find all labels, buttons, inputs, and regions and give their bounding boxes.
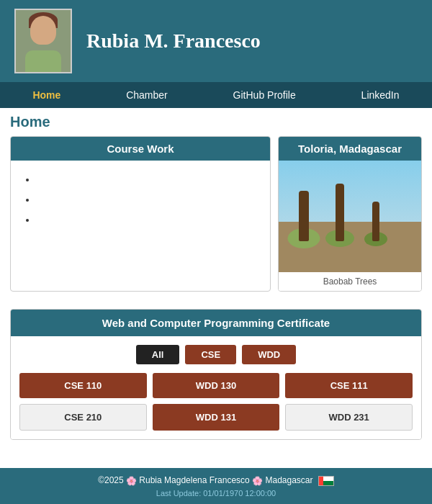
filter-cse-button[interactable]: CSE <box>185 345 236 364</box>
course-work-list <box>25 169 256 230</box>
filter-all-button[interactable]: All <box>136 345 180 364</box>
certificate-header: Web and Computer Programming Certificate <box>11 310 421 336</box>
location-panel: Toloria, Madagascar Baobab Trees <box>278 136 422 292</box>
course-cse111-button[interactable]: CSE 111 <box>285 373 413 398</box>
page-title: Home <box>0 108 432 136</box>
location-header: Toloria, Madagascar <box>279 137 421 161</box>
course-cse210-button[interactable]: CSE 210 <box>19 404 147 431</box>
course-wdd131-button[interactable]: WDD 131 <box>153 404 280 431</box>
course-grid: CSE 110 WDD 130 CSE 111 CSE 210 WDD 131 … <box>11 373 421 439</box>
certificate-section: Web and Computer Programming Certificate… <box>10 309 422 440</box>
nav-home[interactable]: Home <box>18 82 75 108</box>
course-wdd130-button[interactable]: WDD 130 <box>153 373 280 398</box>
nav-linkedin[interactable]: LinkedIn <box>347 82 414 108</box>
madagascar-flag <box>318 476 334 486</box>
course-cse110-button[interactable]: CSE 110 <box>19 373 147 398</box>
nav-chamber[interactable]: Chamber <box>112 82 182 108</box>
page-footer: ©2025 🌸 Rubia Magdelena Francesco 🌸 Mada… <box>0 468 432 504</box>
flower-icon-left: 🌸 <box>126 476 137 486</box>
location-image <box>279 161 421 272</box>
header-name: Rubia M. Francesco <box>86 30 261 53</box>
main-nav: Home Chamber GitHub Profile LinkedIn <box>0 82 432 108</box>
footer-location: Madagascar <box>265 475 312 485</box>
certificate-filters: All CSE WDD <box>11 336 421 373</box>
course-work-header: Course Work <box>11 137 270 161</box>
location-caption: Baobab Trees <box>279 272 421 291</box>
course-wdd231-button[interactable]: WDD 231 <box>285 404 413 431</box>
main-row: Course Work Toloria, Madagascar <box>0 136 432 302</box>
list-item <box>37 210 256 230</box>
list-item <box>37 169 256 189</box>
avatar <box>14 9 72 73</box>
course-work-panel: Course Work <box>10 136 271 292</box>
page-content: Home Course Work Toloria, Madagascar <box>0 108 432 468</box>
filter-wdd-button[interactable]: WDD <box>242 345 296 364</box>
footer-copyright: ©2025 <box>98 475 124 485</box>
flower-icon-right: 🌸 <box>252 476 263 486</box>
footer-main: ©2025 🌸 Rubia Magdelena Francesco 🌸 Mada… <box>7 475 425 486</box>
list-item <box>37 189 256 210</box>
footer-name: Rubia Magdelena Francesco <box>139 475 249 485</box>
page-header: Rubia M. Francesco <box>0 0 432 82</box>
footer-update: Last Update: 01/01/1970 12:00:00 <box>7 489 425 498</box>
course-work-body <box>11 161 270 290</box>
nav-github[interactable]: GitHub Profile <box>219 82 310 108</box>
